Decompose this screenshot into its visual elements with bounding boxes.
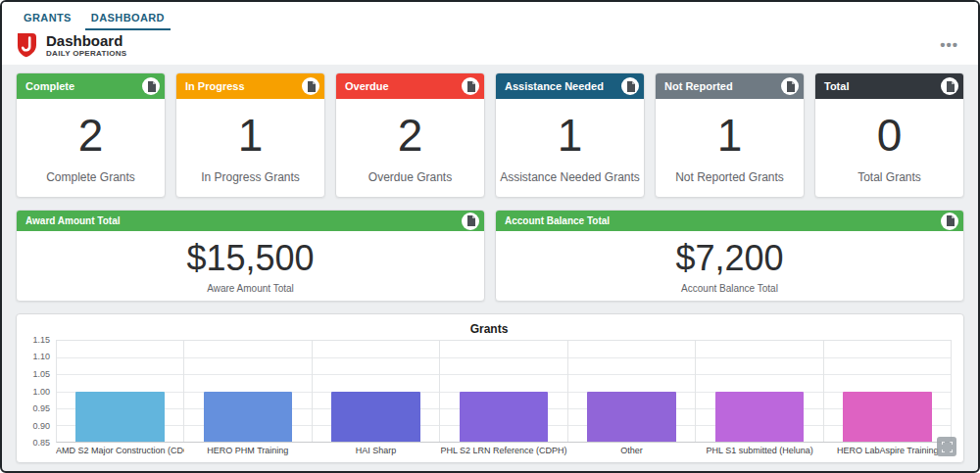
chart-body: 0.850.900.951.001.051.101.15: [23, 340, 952, 443]
y-tick-label: 0.85: [32, 438, 50, 448]
x-axis-label: PHL S1 submitted (Heluna): [696, 446, 824, 455]
stat-card-body: 1 Not Reported Grants: [656, 99, 804, 197]
fullscreen-icon: [942, 442, 953, 452]
report-icon[interactable]: [941, 213, 958, 230]
juvare-shield-logo: [16, 32, 37, 58]
stat-value: 1: [558, 99, 583, 170]
bar-7[interactable]: [843, 392, 932, 443]
stat-card-row: Complete 2 Complete Grants In Progress 1…: [16, 72, 964, 198]
dashboard-app: GRANTS DASHBOARD Dashboard DAILY OPERATI…: [0, 0, 980, 473]
amount-card-title: Account Balance Total: [505, 215, 610, 226]
stat-card-header: Overdue: [336, 73, 484, 99]
amount-value: $15,500: [186, 239, 314, 278]
stat-card-not-reported: Not Reported 1 Not Reported Grants: [655, 72, 805, 198]
chart-title: Grants: [23, 320, 956, 340]
stat-card-assistance-needed: Assistance Needed 1 Assistance Needed Gr…: [495, 72, 645, 198]
bar-5[interactable]: [587, 392, 676, 443]
award-amount-card: Award Amount Total $15,500 Aware Amount …: [16, 210, 485, 302]
x-axis-label: PHL S2 LRN Reference (CDPH): [440, 446, 568, 455]
stat-card-title: In Progress: [185, 80, 245, 92]
stat-card-body: 0 Total Grants: [815, 99, 963, 197]
bar-2[interactable]: [204, 392, 293, 443]
x-axis: AMD S2 Major Construction (CDC)HERO PHM …: [56, 443, 952, 458]
y-tick-label: 1.15: [32, 335, 50, 345]
page-header: Dashboard DAILY OPERATIONS •••: [2, 30, 978, 65]
chart-column: [57, 341, 184, 442]
stat-card-title: Total: [824, 80, 849, 92]
stat-label: In Progress Grants: [201, 170, 300, 197]
stat-card-header: In Progress: [176, 73, 324, 99]
y-tick-label: 0.90: [32, 421, 50, 431]
chart-column: [440, 341, 567, 442]
stat-card-body: 2 Overdue Grants: [336, 99, 484, 197]
stat-card-title: Overdue: [345, 80, 389, 92]
stat-label: Overdue Grants: [368, 170, 452, 197]
x-axis-label: HERO PHM Training: [184, 446, 313, 455]
amount-card-header: Account Balance Total: [496, 211, 963, 231]
chart-column: [696, 341, 823, 442]
stat-card-header: Assistance Needed: [496, 73, 644, 99]
chart-plot: [56, 340, 952, 443]
bar-6[interactable]: [715, 392, 805, 443]
report-icon[interactable]: [621, 77, 639, 95]
tab-dashboard[interactable]: DASHBOARD: [85, 8, 171, 30]
expand-chart-button[interactable]: [937, 437, 956, 456]
stat-card-in-progress: In Progress 1 In Progress Grants: [175, 72, 325, 198]
stat-label: Total Grants: [858, 170, 921, 197]
chart-column: [184, 341, 312, 442]
x-axis-label: HAI Sharp: [312, 446, 440, 455]
stat-value: 2: [398, 99, 423, 170]
dashboard-content: Complete 2 Complete Grants In Progress 1…: [2, 65, 978, 471]
stat-card-title: Not Reported: [664, 80, 733, 92]
x-axis-label: Other: [567, 446, 696, 455]
stat-label: Not Reported Grants: [675, 170, 784, 197]
y-tick-label: 1.10: [32, 352, 50, 361]
report-icon[interactable]: [142, 77, 160, 95]
amount-value: $7,200: [675, 239, 783, 278]
stat-card-complete: Complete 2 Complete Grants: [16, 72, 166, 198]
chart-columns: [57, 341, 951, 442]
report-icon[interactable]: [941, 77, 958, 95]
report-icon[interactable]: [462, 213, 479, 230]
stat-value: 1: [238, 99, 264, 170]
bar-1[interactable]: [75, 392, 165, 443]
y-axis: 0.850.900.951.001.051.101.15: [23, 340, 56, 443]
grants-chart-card: Grants 0.850.900.951.001.051.101.15 AMD …: [16, 313, 964, 463]
amount-label: Aware Amount Total: [207, 283, 294, 294]
y-tick-label: 1.05: [32, 369, 50, 379]
stat-card-title: Complete: [25, 80, 74, 92]
stat-card-header: Complete: [17, 73, 165, 99]
amount-card-body: $7,200 Account Balance Total: [496, 231, 963, 301]
report-icon[interactable]: [462, 77, 479, 95]
amount-label: Account Balance Total: [681, 283, 778, 294]
report-icon[interactable]: [781, 77, 799, 95]
stat-card-header: Not Reported: [656, 73, 804, 99]
bar-4[interactable]: [460, 392, 549, 443]
stat-label: Complete Grants: [46, 170, 135, 197]
x-axis-label: AMD S2 Major Construction (CDC): [56, 446, 184, 455]
bar-3[interactable]: [331, 392, 420, 443]
page-title-block: Dashboard DAILY OPERATIONS: [46, 32, 126, 58]
page-subtitle: DAILY OPERATIONS: [46, 49, 126, 58]
top-bar: GRANTS DASHBOARD Dashboard DAILY OPERATI…: [2, 2, 978, 65]
tab-grants[interactable]: GRANTS: [18, 8, 77, 30]
amount-card-header: Award Amount Total: [17, 211, 484, 231]
stat-card-title: Assistance Needed: [505, 80, 604, 92]
y-tick-label: 1.00: [32, 387, 50, 397]
tab-bar: GRANTS DASHBOARD: [2, 2, 978, 30]
y-tick-label: 0.95: [32, 403, 50, 413]
stat-value: 1: [717, 99, 743, 170]
stat-card-overdue: Overdue 2 Overdue Grants: [335, 72, 485, 198]
account-balance-card: Account Balance Total $7,200 Account Bal…: [495, 210, 964, 302]
x-axis-label: HERO LabAspire Training: [823, 446, 952, 455]
report-icon[interactable]: [302, 77, 319, 95]
stat-value: 0: [877, 99, 903, 170]
amount-card-row: Award Amount Total $15,500 Aware Amount …: [16, 210, 964, 302]
chart-column: [313, 341, 440, 442]
stat-card-body: 1 In Progress Grants: [176, 99, 324, 197]
stat-value: 2: [78, 99, 104, 170]
stat-label: Assistance Needed Grants: [500, 170, 640, 197]
amount-card-title: Award Amount Total: [25, 215, 120, 226]
stat-card-body: 2 Complete Grants: [17, 99, 165, 197]
ellipsis-menu-icon[interactable]: •••: [940, 38, 958, 52]
